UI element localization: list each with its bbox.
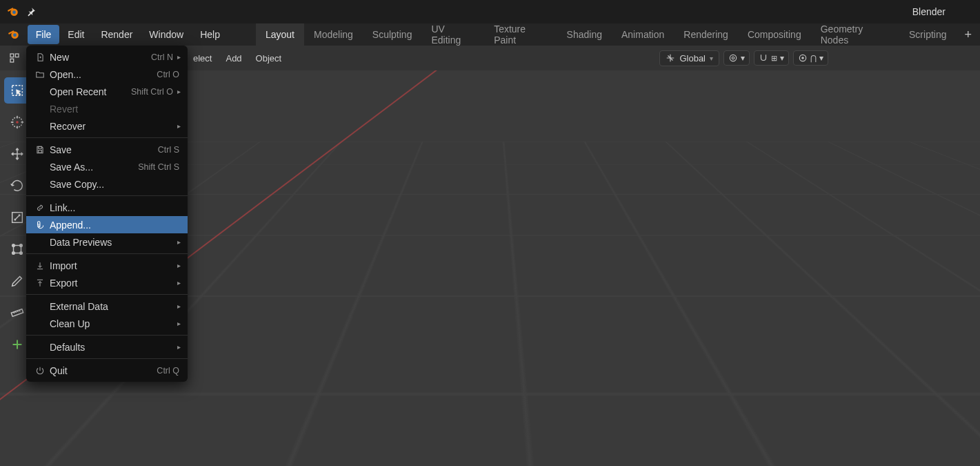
doc-plus-icon — [33, 52, 47, 62]
file-menu-defaults[interactable]: Defaults▸ — [26, 338, 188, 356]
svg-point-13 — [16, 121, 19, 124]
shortcut-label: Ctrl O — [157, 70, 179, 79]
shortcut-label: Ctrl S — [158, 145, 179, 155]
submenu-arrow-icon: ▸ — [177, 53, 181, 61]
svg-point-7 — [732, 57, 734, 59]
tab-layout[interactable]: Layout — [256, 23, 304, 46]
file-menu-clean-up[interactable]: Clean Up▸ — [26, 315, 188, 332]
transform-orientation-dropdown[interactable]: Global ▾ — [659, 50, 719, 66]
file-menu-quit[interactable]: QuitCtrl Q — [26, 362, 188, 379]
file-menu-open[interactable]: Open...Ctrl O — [26, 66, 188, 83]
submenu-arrow-icon: ▸ — [177, 88, 181, 95]
editor-type-icon[interactable] — [6, 49, 23, 67]
menu-item-label: Clean Up — [50, 318, 174, 329]
pivot-point-dropdown[interactable]: ▾ — [723, 50, 750, 66]
submenu-arrow-icon: ▸ — [177, 262, 181, 269]
menu-item-label: Data Previews — [50, 237, 174, 248]
file-menu-save[interactable]: SaveCtrl S — [26, 141, 188, 158]
file-menu-save-copy[interactable]: Save Copy... — [26, 175, 188, 193]
menu-item-label: Open... — [50, 69, 157, 80]
svg-point-16 — [12, 244, 15, 247]
file-menu-external-data[interactable]: External Data▸ — [26, 298, 188, 315]
file-menu-link[interactable]: Link... — [26, 199, 188, 216]
falloff-icon: ⋂ — [810, 54, 817, 63]
menu-separator — [26, 137, 188, 138]
import-icon — [33, 261, 47, 271]
file-menu-open-recent[interactable]: Open RecentShift Ctrl O▸ — [26, 83, 188, 100]
svg-rect-21 — [39, 146, 42, 148]
svg-rect-5 — [15, 54, 19, 57]
tab-texture-paint[interactable]: Texture Paint — [484, 23, 557, 46]
menu-render[interactable]: Render — [92, 25, 141, 44]
menu-item-label: Revert — [50, 104, 181, 115]
menu-item-label: New — [50, 52, 151, 63]
svg-point-3 — [13, 33, 17, 37]
folder-icon — [33, 70, 47, 79]
menu-separator — [26, 335, 188, 336]
menu-item-label: External Data — [50, 301, 174, 312]
menu-window[interactable]: Window — [141, 25, 192, 44]
file-menu-import[interactable]: Import▸ — [26, 257, 188, 274]
chevron-down-icon: ▾ — [710, 55, 713, 62]
menu-item-label: Import — [50, 260, 174, 271]
file-menu-append[interactable]: Append... — [26, 216, 188, 233]
add-workspace-button[interactable]: + — [957, 28, 981, 42]
main-menu-bar: File Edit Render Window Help Layout Mode… — [0, 23, 980, 46]
app-title: Blender — [912, 6, 946, 17]
svg-rect-22 — [39, 150, 42, 153]
blender-logo-icon[interactable] — [7, 28, 21, 41]
file-menu-save-as[interactable]: Save As...Shift Ctrl S — [26, 158, 188, 175]
tab-animation[interactable]: Animation — [612, 23, 674, 46]
chevron-down-icon: ▾ — [741, 53, 745, 63]
file-menu-revert: Revert — [26, 100, 188, 117]
svg-rect-6 — [10, 59, 14, 62]
svg-rect-4 — [10, 54, 14, 57]
svg-point-18 — [12, 252, 15, 255]
tab-geometry-nodes[interactable]: Geometry Nodes — [811, 23, 899, 46]
tab-rendering[interactable]: Rendering — [674, 23, 738, 46]
menu-item-label: Save As... — [50, 162, 138, 173]
tab-uv-editing[interactable]: UV Editing — [421, 23, 484, 46]
menu-separator — [26, 358, 188, 359]
submenu-arrow-icon: ▸ — [177, 343, 181, 351]
blender-logo-icon — [7, 6, 19, 18]
file-menu-recover[interactable]: Recover▸ — [26, 117, 188, 135]
snap-toggle[interactable]: ⊞ ▾ — [754, 50, 789, 66]
save-icon — [33, 145, 47, 155]
file-menu-export[interactable]: Export▸ — [26, 274, 188, 291]
menu-item-label: Export — [50, 278, 174, 289]
menu-item-label: Open Recent — [50, 86, 131, 97]
title-bar: Blender — [0, 0, 980, 23]
tab-sculpting[interactable]: Sculpting — [363, 23, 422, 46]
link-icon — [33, 203, 47, 213]
menu-item-label: Save — [50, 144, 158, 155]
menu-edit[interactable]: Edit — [59, 25, 92, 44]
pin-icon[interactable] — [26, 7, 36, 17]
menu-separator — [26, 195, 188, 196]
header-select-menu[interactable]: elect — [188, 50, 217, 66]
chevron-down-icon: ▾ — [780, 53, 784, 63]
menu-help[interactable]: Help — [192, 25, 228, 44]
file-menu-new[interactable]: NewCtrl N▸ — [26, 48, 188, 66]
shortcut-label: Ctrl N — [151, 52, 173, 62]
submenu-arrow-icon: ▸ — [177, 122, 181, 130]
tab-shading[interactable]: Shading — [557, 23, 612, 46]
tab-compositing[interactable]: Compositing — [738, 23, 811, 46]
menu-file[interactable]: File — [28, 25, 60, 44]
svg-point-17 — [20, 244, 23, 247]
tab-scripting[interactable]: Scripting — [899, 23, 956, 46]
menu-item-label: Defaults — [50, 342, 174, 353]
chevron-down-icon: ▾ — [819, 53, 823, 63]
menu-separator — [26, 253, 188, 254]
svg-rect-20 — [11, 309, 23, 317]
file-menu-data-previews[interactable]: Data Previews▸ — [26, 233, 188, 251]
submenu-arrow-icon: ▸ — [177, 238, 181, 246]
svg-point-19 — [20, 252, 23, 255]
power-icon — [33, 366, 47, 376]
header-add-menu[interactable]: Add — [220, 50, 247, 66]
proportional-edit-toggle[interactable]: ⋂ ▾ — [793, 50, 828, 66]
header-object-menu[interactable]: Object — [250, 50, 288, 66]
menu-item-label: Append... — [50, 220, 181, 231]
tab-modeling[interactable]: Modeling — [304, 23, 363, 46]
shortcut-label: Shift Ctrl O — [131, 87, 173, 97]
